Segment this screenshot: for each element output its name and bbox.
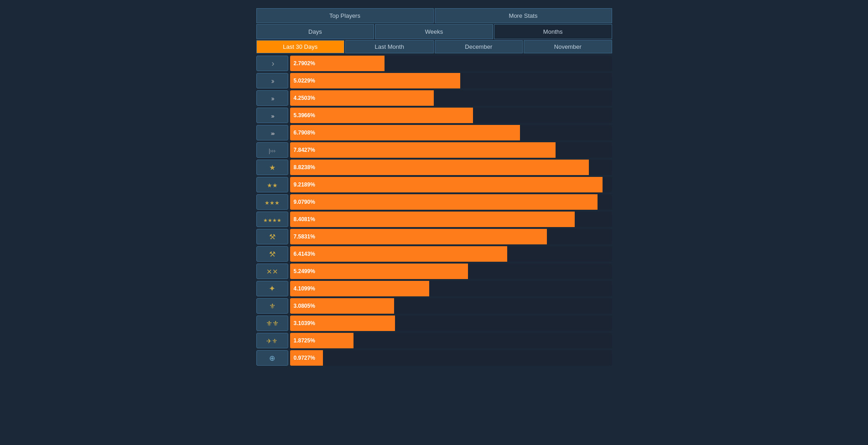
chart-row: ››››› 6.7908% xyxy=(256,124,612,141)
bar-fill: 6.7908% xyxy=(290,125,520,140)
chart-row: ⚜ 3.0805% xyxy=(256,298,612,314)
main-container: Top Players More Stats Days Weeks Months… xyxy=(256,8,612,440)
period-tabs: Days Weeks Months xyxy=(256,24,612,39)
bar-fill: 7.5831% xyxy=(290,229,547,244)
rank-badge: ★ xyxy=(269,163,275,172)
bar-label: 5.3966% xyxy=(294,112,315,119)
rank-icon: ››››› xyxy=(256,125,288,140)
bar-label: 8.4081% xyxy=(294,216,315,222)
more-stats-tab[interactable]: More Stats xyxy=(435,8,612,23)
bar-label: 0.9727% xyxy=(294,355,315,361)
rank-badge: › xyxy=(272,59,273,68)
bar-label: 6.7908% xyxy=(294,129,315,136)
chart-row: ››› 4.2503% xyxy=(256,90,612,106)
rank-badge: ★★★★ xyxy=(263,215,281,224)
bar-label: 9.2189% xyxy=(294,181,315,188)
weeks-tab[interactable]: Weeks xyxy=(375,24,493,39)
bar-label: 2.7902% xyxy=(294,60,315,67)
bar-container: 5.3966% xyxy=(290,108,612,123)
rank-icon: ★★ xyxy=(256,177,288,192)
bar-label: 5.0229% xyxy=(294,78,315,84)
bar-fill: 5.2499% xyxy=(290,264,468,279)
bar-label: 5.2499% xyxy=(294,268,315,274)
bar-label: 3.0805% xyxy=(294,303,315,309)
rank-badge: ✦ xyxy=(269,284,275,294)
bar-label: 3.1039% xyxy=(294,320,315,326)
rank-badge: ✕✕ xyxy=(266,267,278,276)
rank-badge: ››››› xyxy=(270,128,274,138)
rank-icon: ››› xyxy=(256,90,288,106)
rank-icon: ★ xyxy=(256,160,288,175)
chart-row: › 2.7902% xyxy=(256,55,612,72)
bar-container: 4.2503% xyxy=(290,90,612,106)
chart-row: ✈⚜ 1.8725% xyxy=(256,332,612,349)
bar-fill: 8.8238% xyxy=(290,160,589,175)
november-tab[interactable]: November xyxy=(524,40,612,53)
days-tab[interactable]: Days xyxy=(256,24,374,39)
bar-fill: 9.0790% xyxy=(290,194,598,210)
top-players-tab[interactable]: Top Players xyxy=(256,8,434,23)
rank-icon: ★★★ xyxy=(256,194,288,210)
rank-icon: ›››› xyxy=(256,108,288,123)
bar-label: 7.8427% xyxy=(294,147,315,153)
rank-icon: ⚒ xyxy=(256,229,288,244)
chart-row: ✦ 4.1099% xyxy=(256,280,612,297)
chart-area: › 2.7902% ›› 5.0229% ››› 4.2503% ›››› xyxy=(256,55,612,366)
rank-icon: ⚜⚜ xyxy=(256,316,288,331)
bar-container: 6.4143% xyxy=(290,246,612,262)
bar-fill: 5.0229% xyxy=(290,73,460,88)
rank-icon: ›› xyxy=(256,73,288,88)
chart-row: ✕✕ 5.2499% xyxy=(256,263,612,279)
bar-container: 2.7902% xyxy=(290,56,612,71)
rank-icon: ⊕ xyxy=(256,350,288,366)
rank-icon: ✈⚜ xyxy=(256,333,288,348)
bar-container: 7.8427% xyxy=(290,142,612,158)
bar-container: 9.0790% xyxy=(290,194,612,210)
bar-fill: 7.8427% xyxy=(290,142,556,158)
bar-fill: 9.2189% xyxy=(290,177,603,192)
rank-badge: ›› xyxy=(271,76,273,86)
bar-container: 8.8238% xyxy=(290,160,612,175)
last30-tab[interactable]: Last 30 Days xyxy=(256,40,345,53)
rank-badge: ★★ xyxy=(267,180,278,190)
bar-fill: 6.4143% xyxy=(290,246,508,262)
bar-container: 4.1099% xyxy=(290,281,612,296)
sub-tabs: Last 30 Days Last Month December Novembe… xyxy=(256,40,612,53)
chart-row: ★ 8.8238% xyxy=(256,159,612,176)
chart-row: ★★★★ 8.4081% xyxy=(256,211,612,228)
bar-label: 8.8238% xyxy=(294,164,315,171)
chart-row: ⚒ 7.5831% xyxy=(256,228,612,245)
last-month-tab[interactable]: Last Month xyxy=(345,40,434,53)
bar-label: 7.5831% xyxy=(294,233,315,240)
chart-row: ›› 5.0229% xyxy=(256,72,612,89)
december-tab[interactable]: December xyxy=(435,40,523,53)
bar-container: 7.5831% xyxy=(290,229,612,244)
months-tab[interactable]: Months xyxy=(494,24,612,39)
bar-fill: 5.3966% xyxy=(290,108,473,123)
rank-badge: ✈⚜ xyxy=(266,336,278,346)
rank-icon: ✦ xyxy=(256,281,288,296)
bar-container: 0.9727% xyxy=(290,350,612,366)
rank-icon: ✕✕ xyxy=(256,264,288,279)
rank-badge: ⚜⚜ xyxy=(266,319,279,328)
bar-container: 9.2189% xyxy=(290,177,612,192)
rank-badge: ⚜ xyxy=(269,301,275,311)
bar-label: 4.2503% xyxy=(294,95,315,101)
chart-row: ⚒ 6.4143% xyxy=(256,246,612,262)
bar-label: 6.4143% xyxy=(294,251,315,257)
rank-badge: ⊕ xyxy=(269,353,275,363)
chart-row: ★★ 9.2189% xyxy=(256,176,612,193)
bar-label: 4.1099% xyxy=(294,285,315,292)
bar-container: 3.1039% xyxy=(290,316,612,331)
rank-badge: ›››› xyxy=(271,111,273,120)
bar-label: 1.8725% xyxy=(294,337,315,344)
bar-container: 8.4081% xyxy=(290,212,612,227)
bar-fill: 3.0805% xyxy=(290,298,395,314)
chart-row: ⊕ 0.9727% xyxy=(256,350,612,366)
rank-badge: ››› xyxy=(271,93,273,103)
rank-badge: ⚒ xyxy=(269,232,275,242)
chart-row: ★★★ 9.0790% xyxy=(256,194,612,210)
rank-badge: |››› xyxy=(269,145,275,155)
chart-row: |››› 7.8427% xyxy=(256,142,612,158)
rank-badge: ★★★ xyxy=(265,197,280,207)
